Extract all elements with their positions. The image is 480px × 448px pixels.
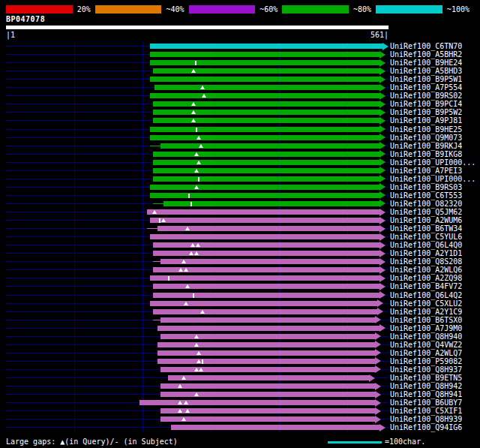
hit-label[interactable]: UniRef100_C5XIF1 [390, 407, 462, 415]
hit-label[interactable]: UniRef100_B9HE24 [390, 59, 462, 67]
hit-label[interactable]: UniRef100_A2Y1D1 [390, 249, 462, 257]
alignment-bar[interactable] [153, 251, 380, 256]
hit-label[interactable]: UniRef100_B6TW34 [390, 224, 462, 233]
alignment-bar[interactable] [150, 77, 380, 82]
hit-label[interactable]: UniRef100_A2WLQ7 [390, 349, 462, 357]
scale-bar-icon [328, 441, 382, 443]
hit-label[interactable]: UniRef100_A2WUM6 [390, 216, 462, 224]
alignment-arrowhead-icon [380, 68, 386, 75]
alignment-bar[interactable] [160, 408, 375, 413]
hit-label[interactable]: UniRef100_A2Y1C9 [390, 308, 462, 316]
hit-label[interactable]: UniRef100_A5BHR2 [390, 50, 462, 59]
hit-label[interactable]: UniRef100_B9HE25 [390, 125, 462, 134]
hit-label[interactable]: UniRef100_A7PEI3 [390, 167, 462, 175]
hit-label[interactable]: UniRef100_B6UBY7 [390, 398, 462, 407]
alignment-bar[interactable] [168, 375, 369, 380]
hit-label[interactable]: UniRef100_B9IKG8 [390, 150, 462, 158]
alignment-bar[interactable] [150, 44, 382, 49]
hit-label[interactable]: UniRef100_P59082 [390, 357, 462, 365]
alignment-bar[interactable] [160, 259, 380, 264]
hit-label[interactable]: UniRef100_O82320 [390, 200, 462, 208]
key-color-block [6, 5, 73, 14]
alignment-bar[interactable] [160, 416, 375, 422]
hit-label[interactable]: UniRef100_UPI000... [390, 175, 476, 183]
hit-label[interactable]: UniRef100_Q9M073 [390, 134, 462, 142]
hit-label[interactable]: UniRef100_Q5JM62 [390, 208, 462, 216]
alignment-bar[interactable] [150, 135, 380, 140]
hit-label[interactable]: UniRef100_A5BHD3 [390, 67, 462, 75]
alignment-bar[interactable] [150, 275, 380, 281]
hit-label[interactable]: UniRef100_A7P554 [390, 83, 462, 92]
alignment-bar[interactable] [153, 309, 377, 314]
alignment-bar[interactable] [150, 185, 380, 190]
alignment-bar[interactable] [153, 152, 380, 157]
hit-label[interactable]: UniRef100_B9RS02 [390, 92, 462, 100]
hit-label[interactable]: UniRef100_B9PCI4 [390, 100, 462, 108]
alignment-tick-mark [198, 177, 200, 182]
hit-label[interactable]: UniRef100_B6TSX0 [390, 316, 462, 324]
hit-label[interactable]: UniRef100_UPI000... [390, 158, 476, 167]
hit-label[interactable]: UniRef100_A2WLQ6 [390, 266, 462, 274]
alignment-bar[interactable] [140, 400, 375, 405]
alignment-bar[interactable] [153, 110, 380, 115]
hit-label[interactable]: UniRef100_B9ETN5 [390, 374, 462, 382]
hit-label[interactable]: UniRef100_Q8H940 [390, 332, 462, 341]
hit-label[interactable]: UniRef100_Q8H941 [390, 390, 462, 398]
hit-label[interactable]: UniRef100_Q8H937 [390, 365, 462, 374]
hit-label[interactable]: UniRef100_Q6L4Q0 [390, 241, 462, 249]
alignment-bar[interactable] [164, 201, 380, 206]
hit-label[interactable]: UniRef100_B4FV72 [390, 282, 462, 290]
alignment-bar[interactable] [150, 193, 380, 198]
hit-label[interactable]: UniRef100_A2ZQ98 [390, 274, 462, 282]
hit-label[interactable]: UniRef100_C6T553 [390, 191, 462, 200]
alignment-bar[interactable] [158, 226, 380, 231]
alignment-bar[interactable] [150, 218, 380, 223]
alignment-bar[interactable] [160, 383, 375, 389]
hit-label[interactable]: UniRef100_Q94IG6 [390, 423, 462, 431]
hit-label[interactable]: UniRef100_B9P5W1 [390, 75, 462, 83]
alignment-bar[interactable] [153, 118, 380, 123]
alignment-bar[interactable] [150, 127, 380, 132]
hit-label[interactable]: UniRef100_C5YUL6 [390, 233, 462, 241]
hit-label[interactable]: UniRef100_A9PJ81 [390, 116, 462, 125]
hit-label[interactable]: UniRef100_Q8H939 [390, 415, 462, 423]
alignment-bar[interactable] [160, 317, 375, 323]
hit-label[interactable]: UniRef100_Q6L4Q2 [390, 291, 462, 299]
alignment-arrowhead-icon [375, 407, 381, 415]
alignment-bar[interactable] [150, 60, 380, 65]
alignment-bar[interactable] [154, 85, 380, 90]
alignment-bar[interactable] [158, 350, 375, 356]
alignment-arrowhead-icon [375, 332, 381, 340]
hit-label[interactable]: UniRef100_C5XLU2 [390, 299, 462, 308]
hit-label[interactable]: UniRef100_Q4VWZ2 [390, 341, 462, 349]
alignment-bar[interactable] [147, 209, 380, 215]
hit-label[interactable]: UniRef100_B9RKJ4 [390, 142, 462, 150]
hit-label[interactable]: UniRef100_A7J9M0 [390, 324, 462, 332]
alignment-bar[interactable] [150, 52, 380, 57]
alignment-bar[interactable] [153, 160, 380, 165]
large-gap-triangle-icon [196, 359, 201, 363]
large-gap-triangle-icon [200, 86, 205, 89]
alignment-bar[interactable] [153, 68, 380, 74]
hit-label[interactable]: UniRef100_B9P5W2 [390, 108, 462, 116]
alignment-bar[interactable] [158, 359, 375, 364]
alignment-bar[interactable] [150, 93, 380, 98]
hit-label[interactable]: UniRef100_C6TN70 [390, 42, 462, 50]
alignment-bar[interactable] [158, 326, 380, 331]
alignment-bar[interactable] [171, 425, 380, 430]
alignment-bar[interactable] [150, 234, 380, 239]
alignment-bar[interactable] [158, 342, 375, 347]
alignment-bar[interactable] [153, 168, 380, 173]
hit-label[interactable]: UniRef100_Q8H942 [390, 382, 462, 390]
alignment-bar[interactable] [160, 392, 375, 397]
alignment-bar[interactable] [153, 242, 380, 248]
alignment-bar[interactable] [160, 334, 375, 339]
query-bar [6, 26, 388, 29]
alignment-bar[interactable] [153, 176, 380, 182]
hit-label[interactable]: UniRef100_Q8S208 [390, 257, 462, 266]
alignment-bar[interactable] [160, 143, 380, 149]
hit-label[interactable]: UniRef100_B9RS03 [390, 183, 462, 191]
alignment-bar[interactable] [160, 367, 375, 372]
alignment-bar[interactable] [153, 101, 380, 107]
alignment-bar[interactable] [153, 293, 380, 298]
